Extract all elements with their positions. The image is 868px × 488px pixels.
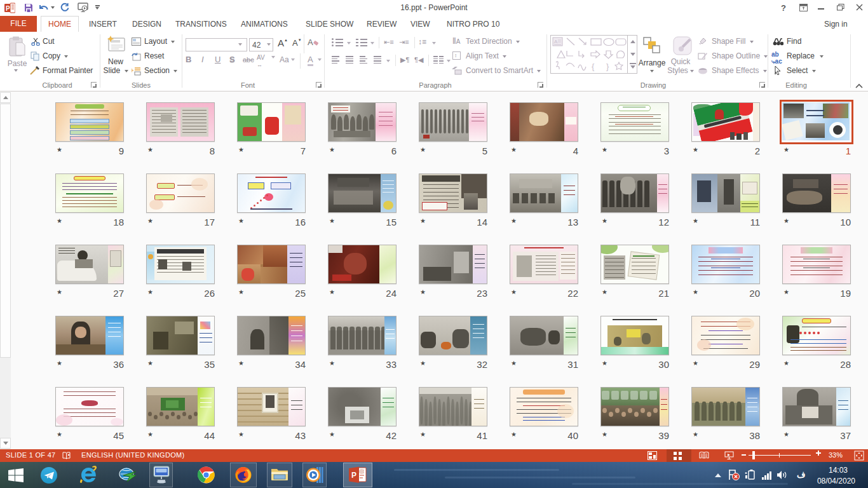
svg-text:A: A <box>554 39 558 44</box>
svg-text:P: P <box>351 471 356 480</box>
svg-text:}: } <box>606 62 609 71</box>
svg-text:{: { <box>592 62 595 71</box>
svg-text:A: A <box>308 37 313 47</box>
